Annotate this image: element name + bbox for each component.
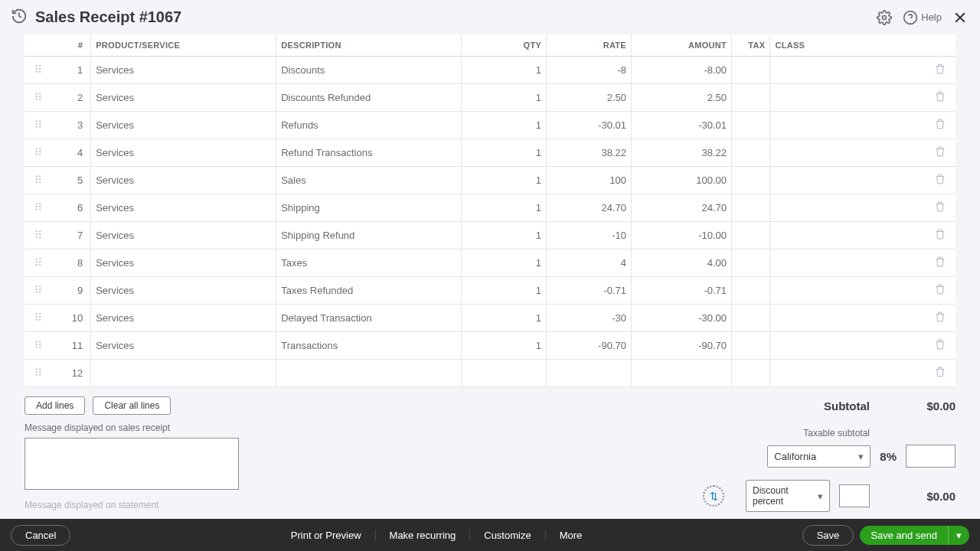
delete-row-button[interactable] [935,229,946,240]
delete-row-button[interactable] [935,91,946,102]
cell-tax[interactable] [732,305,770,332]
cell-rate[interactable]: -0.71 [547,277,632,305]
cell-product[interactable]: Services [91,277,276,305]
cell-description[interactable]: Sales [276,167,462,194]
cell-product[interactable]: Services [91,167,276,194]
table-row[interactable]: 1ServicesDiscounts1-8-8.00 [24,57,956,84]
add-lines-button[interactable]: Add lines [24,396,85,415]
cell-description[interactable] [276,360,462,387]
cell-qty[interactable]: 1 [462,332,547,360]
cell-class[interactable] [770,305,925,332]
cell-product[interactable]: Services [91,139,276,167]
swap-button[interactable]: ⇅ [703,485,724,507]
table-row[interactable]: 8ServicesTaxes144.00 [24,249,956,277]
cell-product[interactable]: Services [91,57,276,84]
cell-product[interactable]: Services [91,332,276,360]
delete-row-button[interactable] [935,119,946,129]
cell-description[interactable]: Refunds [276,112,462,139]
cell-description[interactable]: Delayed Transaction [276,305,462,332]
delete-row-button[interactable] [935,284,946,295]
cell-tax[interactable] [732,360,770,387]
drag-handle-icon[interactable] [34,340,43,349]
cell-class[interactable] [770,360,925,387]
cell-qty[interactable]: 1 [462,249,547,277]
drag-handle-icon[interactable] [34,174,43,184]
cell-amount[interactable]: -30.00 [631,305,731,332]
cell-tax[interactable] [732,249,770,277]
cell-rate[interactable]: -10 [547,222,632,249]
clear-all-lines-button[interactable]: Clear all lines [93,396,171,415]
make-recurring-link[interactable]: Make recurring [376,530,471,541]
cell-amount[interactable]: 100.00 [631,167,731,194]
cell-qty[interactable]: 1 [462,139,547,167]
cell-description[interactable]: Refund Transactions [276,139,462,167]
drag-handle-icon[interactable] [34,312,43,321]
table-row[interactable]: 11ServicesTransactions1-90.70-90.70 [24,332,956,360]
cell-rate[interactable]: 38.22 [547,139,632,167]
table-row[interactable]: 5ServicesSales1100100.00 [24,167,956,194]
cell-qty[interactable] [462,360,547,387]
cell-product[interactable]: Services [91,222,276,249]
table-row[interactable]: 7ServicesShipping Refund1-10-10.00 [24,222,956,249]
cell-class[interactable] [770,249,925,277]
table-row[interactable]: 6ServicesShipping124.7024.70 [24,194,956,222]
cell-rate[interactable]: -90.70 [547,332,632,360]
cell-rate[interactable]: -8 [547,57,632,84]
delete-row-button[interactable] [935,339,946,350]
cell-class[interactable] [770,139,925,167]
cell-tax[interactable] [732,222,770,249]
delete-row-button[interactable] [935,311,946,322]
cell-qty[interactable]: 1 [462,112,547,139]
cell-class[interactable] [770,277,925,305]
table-row[interactable]: 3ServicesRefunds1-30.01-30.01 [24,112,956,139]
cell-tax[interactable] [732,139,770,167]
cell-qty[interactable]: 1 [462,222,547,249]
cell-description[interactable]: Taxes Refunded [276,277,462,305]
cell-product[interactable]: Services [91,249,276,277]
cell-rate[interactable] [547,360,632,387]
save-and-send-button[interactable]: Save and send ▾ [860,526,969,545]
table-row[interactable]: 2ServicesDiscounts Refunded12.502.50 [24,84,956,112]
cancel-button[interactable]: Cancel [11,525,70,546]
cell-amount[interactable]: -90.70 [631,332,731,360]
table-row[interactable]: 9ServicesTaxes Refunded1-0.71-0.71 [24,277,956,305]
customize-link[interactable]: Customize [470,530,545,541]
tax-region-select[interactable]: California ▾ [767,445,871,468]
cell-tax[interactable] [732,277,770,305]
cell-tax[interactable] [732,57,770,84]
cell-amount[interactable] [631,360,731,387]
cell-rate[interactable]: -30.01 [547,112,632,139]
cell-amount[interactable]: 38.22 [631,139,731,167]
cell-description[interactable]: Shipping [276,194,462,222]
drag-handle-icon[interactable] [34,230,43,239]
cell-class[interactable] [770,167,925,194]
table-row[interactable]: 12 [24,360,956,387]
cell-rate[interactable]: 100 [547,167,632,194]
cell-tax[interactable] [732,84,770,112]
delete-row-button[interactable] [935,367,946,377]
cell-class[interactable] [770,84,925,112]
drag-handle-icon[interactable] [34,92,43,101]
cell-qty[interactable]: 1 [462,305,547,332]
drag-handle-icon[interactable] [34,64,43,73]
cell-description[interactable]: Discounts [276,57,462,84]
help-button[interactable]: Help [903,10,942,25]
delete-row-button[interactable] [935,146,946,157]
discount-type-select[interactable]: Discount percent ▾ [746,480,830,512]
cell-product[interactable]: Services [91,305,276,332]
cell-amount[interactable]: -30.01 [631,112,731,139]
cell-amount[interactable]: 24.70 [631,194,731,222]
cell-qty[interactable]: 1 [462,277,547,305]
cell-description[interactable]: Shipping Refund [276,222,462,249]
close-button[interactable] [952,10,968,25]
cell-amount[interactable]: -10.00 [631,222,731,249]
save-button[interactable]: Save [802,525,854,546]
cell-rate[interactable]: 24.70 [547,194,632,222]
cell-class[interactable] [770,332,925,360]
cell-class[interactable] [770,194,925,222]
cell-rate[interactable]: 2.50 [547,84,632,112]
cell-class[interactable] [770,112,925,139]
cell-amount[interactable]: 4.00 [631,249,731,277]
cell-class[interactable] [770,222,925,249]
cell-amount[interactable]: -8.00 [631,57,731,84]
